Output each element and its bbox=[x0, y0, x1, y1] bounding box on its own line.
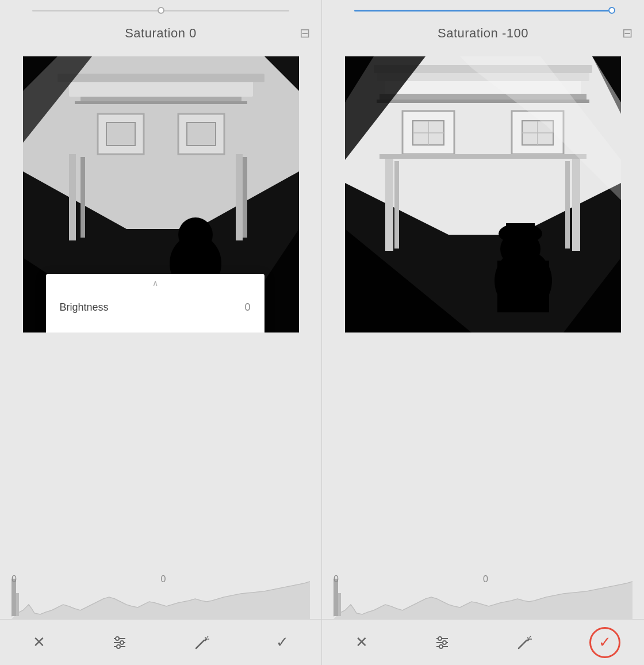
left-slider-track[interactable] bbox=[32, 10, 289, 12]
svg-rect-5 bbox=[75, 101, 247, 104]
svg-rect-10 bbox=[69, 154, 76, 240]
left-panel: Saturation 0 ⊟ bbox=[0, 0, 322, 665]
svg-line-77 bbox=[529, 636, 531, 638]
svg-rect-12 bbox=[236, 154, 243, 240]
menu-value-brightness: 0 bbox=[244, 301, 250, 314]
right-hist-label-1: 0 bbox=[483, 574, 488, 584]
svg-rect-4 bbox=[80, 97, 241, 101]
right-slider-container[interactable] bbox=[322, 0, 644, 16]
svg-point-15 bbox=[178, 217, 213, 252]
magic-icon bbox=[194, 635, 210, 651]
svg-line-33 bbox=[206, 636, 208, 638]
menu-label-contrast: Contrast bbox=[60, 332, 99, 332]
menu-arrow-up: ∧ bbox=[46, 274, 264, 292]
right-sliders-icon bbox=[434, 635, 450, 651]
left-split-icon[interactable]: ⊟ bbox=[300, 26, 310, 41]
adjustment-menu[interactable]: ∧ Brightness 0 Contrast 0 Saturation 0 A… bbox=[46, 274, 264, 332]
right-magic-button[interactable] bbox=[511, 629, 538, 656]
right-title-row: Saturation -100 ⊟ bbox=[322, 16, 644, 51]
left-magic-button[interactable] bbox=[188, 629, 216, 656]
menu-item-contrast[interactable]: Contrast 0 bbox=[46, 323, 264, 332]
left-slider-thumb[interactable] bbox=[158, 7, 164, 14]
right-check-button[interactable]: ✓ bbox=[593, 628, 617, 657]
left-sliders-button[interactable] bbox=[106, 629, 133, 656]
right-title: Saturation -100 bbox=[438, 26, 528, 41]
sliders-icon bbox=[112, 635, 128, 651]
svg-rect-49 bbox=[379, 154, 586, 159]
svg-rect-51 bbox=[394, 161, 399, 249]
svg-point-68 bbox=[438, 637, 442, 640]
svg-rect-22 bbox=[16, 593, 19, 616]
right-slider-track[interactable] bbox=[354, 10, 612, 12]
left-histogram-area: 0 0 bbox=[0, 332, 321, 619]
svg-rect-3 bbox=[57, 74, 264, 82]
svg-rect-13 bbox=[243, 157, 247, 238]
left-title-row: Saturation 0 ⊟ bbox=[0, 16, 321, 51]
right-photo-svg bbox=[345, 56, 621, 332]
svg-rect-11 bbox=[80, 157, 85, 238]
svg-point-72 bbox=[439, 645, 443, 648]
left-hist-label-0: 0 bbox=[12, 574, 17, 584]
svg-rect-58 bbox=[506, 223, 535, 236]
left-check-button[interactable]: ✓ bbox=[270, 628, 294, 657]
svg-rect-53 bbox=[565, 161, 570, 249]
svg-rect-7 bbox=[106, 123, 135, 146]
right-image-area bbox=[345, 56, 621, 332]
menu-value-contrast: 0 bbox=[244, 332, 250, 332]
svg-rect-9 bbox=[187, 123, 216, 146]
left-hist-label-1: 0 bbox=[161, 574, 166, 584]
right-panel: Saturation -100 ⊟ bbox=[322, 0, 644, 665]
menu-item-brightness[interactable]: Brightness 0 bbox=[46, 292, 264, 323]
right-bw-image bbox=[345, 56, 621, 332]
svg-point-24 bbox=[116, 637, 119, 640]
left-cancel-button[interactable]: ✕ bbox=[27, 628, 51, 657]
left-slider-container[interactable] bbox=[0, 0, 321, 16]
svg-line-73 bbox=[519, 640, 527, 648]
svg-marker-74 bbox=[527, 638, 530, 641]
left-title: Saturation 0 bbox=[125, 26, 197, 41]
right-slider-thumb[interactable] bbox=[608, 7, 615, 14]
svg-rect-66 bbox=[338, 593, 341, 616]
right-magic-icon bbox=[516, 635, 532, 651]
right-split-icon[interactable]: ⊟ bbox=[622, 26, 632, 41]
right-toolbar: ✕ ✓ bbox=[322, 619, 644, 665]
menu-label-brightness: Brightness bbox=[60, 301, 109, 314]
svg-line-29 bbox=[196, 640, 204, 648]
right-cancel-button[interactable]: ✕ bbox=[350, 628, 374, 657]
right-hist-label-0: 0 bbox=[334, 574, 339, 584]
svg-rect-56 bbox=[497, 261, 549, 312]
right-sliders-button[interactable] bbox=[428, 629, 456, 656]
left-image-area: ∧ Brightness 0 Contrast 0 Saturation 0 A… bbox=[23, 56, 299, 332]
left-toolbar: ✕ ✓ bbox=[0, 619, 321, 665]
svg-point-26 bbox=[120, 641, 124, 644]
svg-rect-50 bbox=[385, 159, 393, 251]
svg-point-70 bbox=[443, 641, 446, 644]
svg-marker-64 bbox=[334, 582, 632, 619]
svg-rect-52 bbox=[572, 159, 580, 251]
svg-marker-30 bbox=[204, 638, 208, 641]
right-histogram-area: 0 0 bbox=[322, 332, 644, 619]
svg-point-28 bbox=[117, 645, 120, 648]
svg-marker-20 bbox=[12, 582, 310, 619]
